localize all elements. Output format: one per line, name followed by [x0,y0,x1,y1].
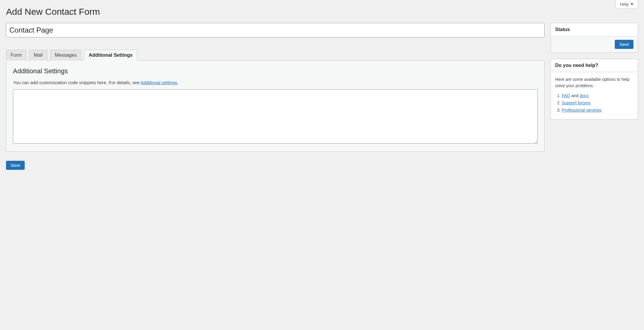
support-forums-link[interactable]: Support forums [562,100,591,105]
help-box-title: Do you need help? [555,63,633,68]
panel-desc-suffix: . [177,80,179,85]
panel-description: You can add customization code snippets … [13,80,538,85]
help-tab[interactable]: Help [615,0,638,9]
professional-services-link[interactable]: Professional services [562,108,602,113]
status-box: Status Save [551,23,638,53]
panel-heading: Additional Settings [13,67,538,75]
help-box: Do you need help? Here are some availabl… [551,59,638,119]
and-text: and [570,93,580,98]
help-intro-text: Here are some available options to help … [555,76,633,89]
help-item-faq-docs: FAQ and docs [562,93,633,98]
page-title: Add New Contact Form [6,7,638,17]
tabs-bar: Form Mail Messages Additional Settings [6,49,545,60]
form-title-input[interactable] [6,23,545,37]
docs-link[interactable]: docs [580,93,589,98]
help-list: FAQ and docs Support forums Professional… [555,93,633,113]
save-button-sidebar[interactable]: Save [615,40,633,49]
chevron-down-icon [630,3,633,5]
tab-mail[interactable]: Mail [29,50,47,61]
help-tab-label: Help [620,2,629,7]
tab-form[interactable]: Form [6,50,26,61]
save-button-bottom[interactable]: Save [6,161,25,170]
additional-settings-textarea[interactable] [13,89,538,144]
help-item-pro: Professional services [562,108,633,113]
additional-settings-link[interactable]: Additional settings [141,80,177,85]
status-box-title: Status [555,27,633,32]
additional-settings-panel: Additional Settings You can add customiz… [6,60,545,152]
faq-link[interactable]: FAQ [562,93,570,98]
help-item-support: Support forums [562,100,633,105]
panel-desc-prefix: You can add customization code snippets … [13,80,141,85]
tab-additional-settings[interactable]: Additional Settings [84,50,137,61]
tab-messages[interactable]: Messages [50,50,81,61]
